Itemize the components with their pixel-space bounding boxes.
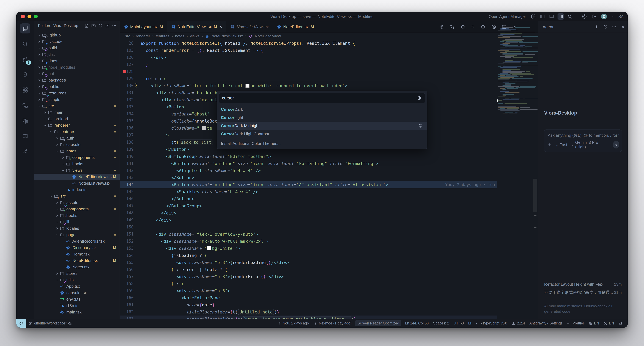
tree-item-NoteEditor.tsx[interactable]: NoteEditor.tsxM xyxy=(34,257,120,264)
code-line-142[interactable]: 142 <AlignLeft className="h-4 w-4" /> xyxy=(120,167,497,174)
tree-item-components[interactable]: ‹/›components xyxy=(34,154,120,161)
panel-right-button[interactable] xyxy=(558,13,564,20)
agent-input[interactable]: Ask anything (⌘L), @ to mention, / for w… xyxy=(548,133,619,138)
tree-item-dist[interactable]: dist xyxy=(34,51,120,58)
status-prettier[interactable]: Prettier xyxy=(565,321,586,326)
tree-item-out[interactable]: out xyxy=(34,70,120,77)
plus-button[interactable] xyxy=(592,24,598,30)
tree-item-features[interactable]: features xyxy=(34,129,120,135)
panel-bottom-button[interactable] xyxy=(548,13,555,20)
line-number[interactable]: 153 xyxy=(120,245,134,252)
tree-item-env.d.ts[interactable]: TSenv.d.ts xyxy=(34,296,120,303)
code-line-143[interactable]: 143 </Button> xyxy=(120,174,497,181)
activity-openai[interactable] xyxy=(20,70,30,80)
code-line-103[interactable]: 103 const renderError = (): React.JSX.El… xyxy=(120,47,497,54)
breadcrumb-item[interactable]: NoteEditorView.tsx xyxy=(211,34,243,38)
line-number[interactable]: 154 xyxy=(120,252,134,259)
line-number[interactable]: 147 xyxy=(120,202,134,209)
remote-indicator[interactable] xyxy=(16,319,26,328)
mode-dropdown[interactable]: ⌄Fast xyxy=(556,142,567,147)
collapse-all-button[interactable] xyxy=(104,23,110,28)
history-button[interactable] xyxy=(601,24,606,30)
new-folder-button[interactable] xyxy=(91,23,96,28)
line-number[interactable]: 129 xyxy=(120,75,134,82)
avatar[interactable]: Z xyxy=(601,14,607,19)
tree-item-NoteEditorView.tsx[interactable]: NoteEditorView.tsxM xyxy=(34,174,120,180)
tree-item-.github[interactable]: .github xyxy=(34,32,120,38)
tree-item-NotesListView.tsx[interactable]: NotesListView.tsx xyxy=(34,180,120,187)
agent-input-card[interactable]: Ask anything (⌘L), @ to mention, / for w… xyxy=(544,129,622,152)
activity-files[interactable] xyxy=(20,23,30,33)
line-number[interactable]: 130 xyxy=(120,82,134,89)
theme-item-Cursor Light[interactable]: Cursor Light xyxy=(217,113,427,122)
line-number[interactable]: 143 xyxy=(120,174,134,181)
tree-item-scripts[interactable]: ‹/›scripts xyxy=(34,96,120,103)
code-line-149[interactable]: 149 </div> xyxy=(120,217,497,224)
line-number[interactable]: 141 xyxy=(120,160,134,167)
tree-item-notes[interactable]: notes xyxy=(34,148,120,154)
tree-item-public[interactable]: public xyxy=(34,83,120,90)
close-button[interactable] xyxy=(618,24,624,30)
code-line-130[interactable]: 130 <div className="flex h-full flex-col… xyxy=(120,82,497,89)
status-antigravity-settings[interactable]: Antigravity - Settings xyxy=(527,321,565,326)
breadcrumb-item[interactable]: views xyxy=(190,34,199,38)
tree-item-locales[interactable]: locales xyxy=(34,225,120,232)
line-number[interactable]: 156 xyxy=(120,266,134,273)
tree-item-assets[interactable]: assets xyxy=(34,199,120,206)
line-number[interactable]: 134 xyxy=(120,110,134,117)
tab-NoteEditor.tsx[interactable]: NoteEditor.tsxM xyxy=(273,21,318,32)
line-number[interactable]: 20 xyxy=(120,40,134,47)
code-line-126[interactable]: 126 </div> xyxy=(120,54,497,61)
line-number[interactable]: 144 xyxy=(120,181,134,188)
git-branch-status[interactable]: gitbutler/workspace* xyxy=(26,321,74,326)
tree-item-renderer[interactable]: renderer xyxy=(34,122,120,129)
tree-item-AgentRecords.tsx[interactable]: AgentRecords.tsx xyxy=(34,238,120,245)
tree-item-resources[interactable]: resources xyxy=(34,90,120,96)
status-screen-reader-optimized[interactable]: Screen Reader Optimized xyxy=(355,320,402,326)
line-number[interactable]: 139 xyxy=(120,146,134,153)
tree-item-auth[interactable]: auth xyxy=(34,135,120,141)
install-themes-item[interactable]: Install Additional Color Themes... xyxy=(217,139,427,148)
code-line-157[interactable]: 157 <div className="p-8">{renderError()}… xyxy=(120,273,497,280)
code-line-147[interactable]: 147 </ButtonGroup> xyxy=(120,202,497,209)
status-typescript-jsx[interactable]: { }TypeScript JSX xyxy=(475,321,509,326)
code-line-20[interactable]: 20export function NoteEditorView({ noteI… xyxy=(120,40,497,47)
activity-source-control[interactable]: 5 xyxy=(20,54,30,64)
agent-history-item[interactable]: 不要用这个形式来指定高度，而是通...31m xyxy=(544,289,622,296)
tree-item-node_modules[interactable]: node_modules xyxy=(34,64,120,70)
code-line-160[interactable]: 160 <NoteEditorPane xyxy=(120,294,497,301)
theme-item-Cursor Dark Midnight[interactable]: Cursor Dark Midnight xyxy=(217,122,427,130)
code-line-161[interactable]: 161 note={note} xyxy=(120,301,497,309)
tree-item-utils[interactable]: utils xyxy=(34,277,120,283)
theme-item-Cursor Dark[interactable]: Cursor Dark xyxy=(217,105,427,113)
tab-NotesListView.tsx[interactable]: NotesListView.tsx xyxy=(226,21,273,32)
send-button[interactable] xyxy=(613,141,619,148)
activity-search[interactable] xyxy=(20,39,30,49)
line-number[interactable]: 133 xyxy=(120,103,134,110)
status-utf-8[interactable]: UTF-8 xyxy=(452,321,466,326)
tree-item-views[interactable]: views xyxy=(34,167,120,174)
tree-item-docs[interactable]: docs xyxy=(34,58,120,64)
tree-item-Home.tsx[interactable]: Home.tsx xyxy=(34,251,120,257)
code-line-145[interactable]: 145 <Sparkles className="h-4 w-4" /> xyxy=(120,188,497,195)
line-number[interactable]: 135 xyxy=(120,117,134,125)
refresh-button[interactable] xyxy=(98,23,103,28)
line-number[interactable]: 160 xyxy=(120,294,134,301)
line-number[interactable]: 162 xyxy=(120,309,134,316)
nav-back-button[interactable] xyxy=(460,24,466,30)
status-spaces-2[interactable]: Spaces: 2 xyxy=(431,321,451,326)
nav-forward-button[interactable] xyxy=(480,24,486,30)
code-line-152[interactable]: 152 <div className="mx-auto w-full max-w… xyxy=(120,238,497,245)
tree-item-capsule.tsx[interactable]: capsule.tsx xyxy=(34,290,120,296)
code-line-153[interactable]: 153 <div className="bg-white "> xyxy=(120,245,497,252)
status-2-2-4[interactable]: 2.2.4 xyxy=(509,321,527,326)
line-number[interactable]: 138 xyxy=(120,139,134,146)
vertical-scrollbar[interactable] xyxy=(533,179,538,212)
code-line-162[interactable]: 162 titlePlaceholder={t(Untitled note)} xyxy=(120,309,497,316)
status-you-2-days-ago[interactable]: You, 2 days ago xyxy=(276,321,311,326)
code-line-144[interactable]: 144 <Button variant="outline" size="icon… xyxy=(120,181,497,188)
line-number[interactable]: 150 xyxy=(120,224,134,231)
tree-item-index.ts[interactable]: TSindex.ts xyxy=(34,187,120,193)
close-tab-icon[interactable]: × xyxy=(220,24,222,29)
status-bell[interactable] xyxy=(616,321,625,326)
